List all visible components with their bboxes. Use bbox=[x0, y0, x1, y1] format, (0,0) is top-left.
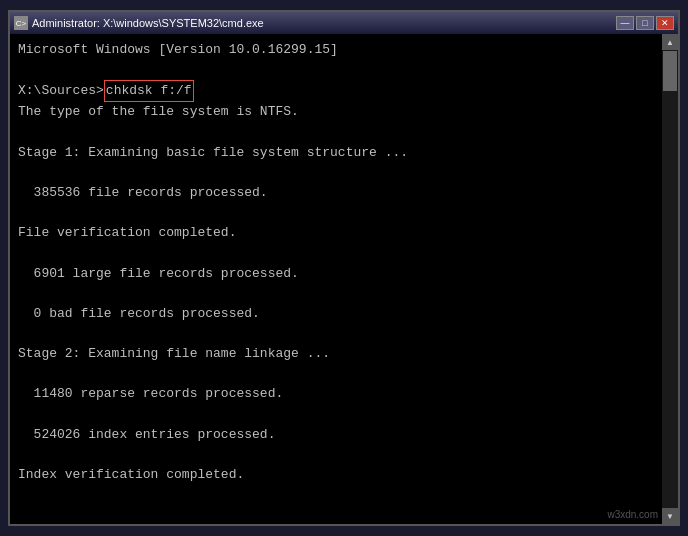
command-input: chkdsk f:/f bbox=[104, 80, 194, 102]
output-line-9 bbox=[18, 203, 654, 223]
output-line-15 bbox=[18, 324, 654, 344]
scroll-thumb[interactable] bbox=[663, 51, 677, 91]
watermark: w3xdn.com bbox=[607, 509, 658, 520]
output-line-14: 0 bad file records processed. bbox=[18, 304, 654, 324]
output-line-5 bbox=[18, 123, 654, 143]
scrollbar[interactable]: ▲ ▼ bbox=[662, 34, 678, 524]
scroll-track[interactable] bbox=[662, 50, 678, 508]
minimize-button[interactable]: — bbox=[616, 16, 634, 30]
window-title: Administrator: X:\windows\SYSTEM32\cmd.e… bbox=[32, 17, 264, 29]
output-line-13 bbox=[18, 284, 654, 304]
scroll-down-arrow[interactable]: ▼ bbox=[662, 508, 678, 524]
output-line-4: The type of the file system is NTFS. bbox=[18, 102, 654, 122]
prompt-prefix: X:\Sources> bbox=[18, 81, 104, 101]
output-line-16: Stage 2: Examining file name linkage ... bbox=[18, 344, 654, 364]
output-line-8: 385536 file records processed. bbox=[18, 183, 654, 203]
title-bar-left: C> Administrator: X:\windows\SYSTEM32\cm… bbox=[14, 16, 264, 30]
output-line-20: 524026 index entries processed. bbox=[18, 425, 654, 445]
window-controls: — □ ✕ bbox=[616, 16, 674, 30]
output-line-12: 6901 large file records processed. bbox=[18, 264, 654, 284]
scroll-up-arrow[interactable]: ▲ bbox=[662, 34, 678, 50]
maximize-button[interactable]: □ bbox=[636, 16, 654, 30]
output-line-7 bbox=[18, 163, 654, 183]
output-line-10: File verification completed. bbox=[18, 223, 654, 243]
output-line-11 bbox=[18, 243, 654, 263]
output-line-6: Stage 1: Examining basic file system str… bbox=[18, 143, 654, 163]
output-line-1: Microsoft Windows [Version 10.0.16299.15… bbox=[18, 40, 654, 60]
output-line-18: 11480 reparse records processed. bbox=[18, 384, 654, 404]
close-button[interactable]: ✕ bbox=[656, 16, 674, 30]
cmd-icon: C> bbox=[14, 16, 28, 30]
title-bar: C> Administrator: X:\windows\SYSTEM32\cm… bbox=[10, 12, 678, 34]
prompt-line: X:\Sources>chkdsk f:/f bbox=[18, 80, 654, 102]
output-line-21 bbox=[18, 445, 654, 465]
console-content[interactable]: Microsoft Windows [Version 10.0.16299.15… bbox=[10, 34, 662, 524]
cmd-window: C> Administrator: X:\windows\SYSTEM32\cm… bbox=[8, 10, 680, 526]
output-line-22: Index verification completed. bbox=[18, 465, 654, 485]
output-line-19 bbox=[18, 405, 654, 425]
console-area: Microsoft Windows [Version 10.0.16299.15… bbox=[10, 34, 678, 524]
output-line-17 bbox=[18, 364, 654, 384]
output-line-2 bbox=[18, 60, 654, 80]
